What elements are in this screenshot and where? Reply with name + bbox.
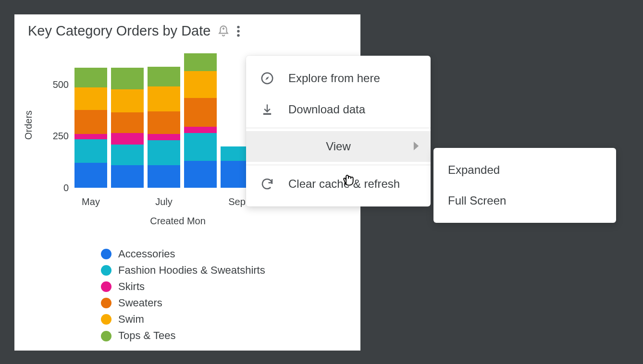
legend-swatch bbox=[101, 298, 111, 308]
pointer-cursor-icon bbox=[341, 170, 356, 188]
x-axis-label: Created Mon bbox=[74, 216, 281, 227]
bar-segment bbox=[184, 53, 217, 71]
menu-item-label: Download data bbox=[288, 103, 365, 116]
legend-swatch bbox=[101, 281, 111, 292]
legend-item[interactable]: Tops & Tees bbox=[101, 328, 360, 344]
x-tick: May bbox=[82, 196, 100, 207]
menu-explore-from-here[interactable]: Explore from here bbox=[246, 62, 431, 94]
bar-segment bbox=[148, 140, 180, 165]
bar-segment bbox=[111, 145, 144, 165]
y-tick: 250 bbox=[40, 131, 69, 142]
menu-view[interactable]: View bbox=[246, 131, 431, 162]
bar-segment bbox=[74, 163, 107, 188]
x-tick: Sep bbox=[228, 196, 246, 207]
y-tick: 0 bbox=[40, 182, 69, 194]
bar-segment bbox=[74, 134, 107, 139]
svg-point-4 bbox=[237, 34, 240, 36]
bar[interactable] bbox=[148, 67, 180, 188]
legend-label: Swim bbox=[118, 311, 144, 328]
bar[interactable] bbox=[74, 68, 107, 188]
tile-title: Key Category Orders by Date bbox=[28, 23, 210, 39]
bar-segment bbox=[148, 67, 180, 86]
legend-item[interactable]: Sweaters bbox=[101, 295, 360, 311]
submenu-item-label: Expanded bbox=[448, 163, 500, 176]
bar-segment bbox=[111, 112, 144, 133]
bar-segment bbox=[184, 161, 217, 188]
view-submenu: Expanded Full Screen bbox=[433, 148, 616, 223]
legend-swatch bbox=[101, 249, 111, 259]
submenu-expanded[interactable]: Expanded bbox=[433, 155, 616, 185]
bar-segment bbox=[184, 133, 217, 161]
legend-label: Tops & Tees bbox=[118, 328, 175, 344]
tile-menu: Explore from here Download data View Cle… bbox=[246, 56, 431, 206]
svg-point-2 bbox=[237, 25, 240, 28]
submenu-item-label: Full Screen bbox=[448, 194, 506, 207]
tile-header: Key Category Orders by Date bbox=[14, 14, 360, 39]
bar-segment bbox=[148, 111, 180, 134]
menu-divider bbox=[246, 165, 431, 165]
kebab-menu-icon[interactable] bbox=[236, 25, 240, 37]
legend-label: Accessories bbox=[118, 246, 175, 262]
download-icon bbox=[260, 103, 275, 116]
refresh-icon bbox=[260, 177, 275, 191]
y-axis-label: Orders bbox=[23, 110, 34, 140]
svg-marker-6 bbox=[265, 76, 269, 80]
legend-item[interactable]: Fashion Hoodies & Sweatshirts bbox=[101, 262, 360, 279]
y-tick: 500 bbox=[40, 79, 69, 90]
bar-segment bbox=[111, 133, 144, 145]
legend-item[interactable]: Accessories bbox=[101, 246, 360, 262]
bar-segment bbox=[111, 89, 144, 112]
legend-swatch bbox=[101, 331, 111, 341]
bar-segment bbox=[74, 87, 107, 110]
x-tick: July bbox=[155, 196, 173, 207]
legend-swatch bbox=[101, 265, 111, 276]
bar-segment bbox=[74, 68, 107, 87]
menu-item-label: Explore from here bbox=[288, 72, 380, 85]
submenu-full-screen[interactable]: Full Screen bbox=[433, 185, 616, 216]
legend-swatch bbox=[101, 314, 111, 325]
chevron-right-icon bbox=[413, 140, 419, 153]
bell-icon[interactable] bbox=[217, 25, 230, 37]
menu-download-data[interactable]: Download data bbox=[246, 94, 431, 125]
bar-segment bbox=[74, 110, 107, 134]
bar-segment bbox=[184, 127, 217, 133]
compass-icon bbox=[260, 71, 275, 85]
svg-marker-7 bbox=[414, 142, 419, 150]
menu-clear-cache[interactable]: Clear cache & refresh bbox=[246, 168, 431, 200]
legend: AccessoriesFashion Hoodies & Sweatshirts… bbox=[101, 246, 360, 344]
bar-segment bbox=[148, 165, 180, 188]
bar-segment bbox=[184, 98, 217, 127]
bar[interactable] bbox=[111, 68, 144, 188]
bar-segment bbox=[74, 139, 107, 163]
bar[interactable] bbox=[184, 53, 217, 188]
svg-point-3 bbox=[237, 30, 240, 32]
menu-divider bbox=[246, 128, 431, 128]
legend-label: Fashion Hoodies & Sweatshirts bbox=[118, 262, 265, 279]
bar-segment bbox=[148, 86, 180, 111]
menu-item-label: View bbox=[326, 140, 351, 153]
legend-item[interactable]: Swim bbox=[101, 311, 360, 328]
bar-segment bbox=[184, 71, 217, 98]
bar-segment bbox=[111, 68, 144, 89]
legend-label: Skirts bbox=[118, 279, 145, 295]
legend-item[interactable]: Skirts bbox=[101, 279, 360, 295]
bar-segment bbox=[148, 134, 180, 140]
bar-segment bbox=[111, 165, 144, 188]
legend-label: Sweaters bbox=[118, 295, 162, 311]
